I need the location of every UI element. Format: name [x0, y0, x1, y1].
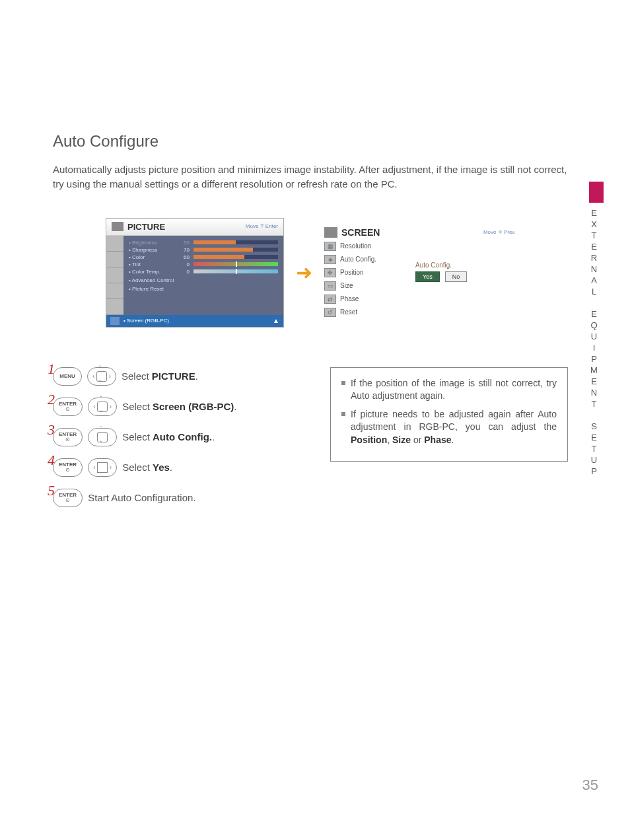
- nav-shape: ‹›: [97, 462, 108, 473]
- note-1: If the position of the image is still no…: [341, 377, 557, 403]
- txt: Select: [122, 401, 153, 412]
- txt: Auto Config.: [153, 431, 212, 442]
- cell: • Color Temp.: [129, 269, 175, 275]
- txt: Size: [392, 435, 411, 445]
- step-2: 2 ENTER ⊙ ‹› ˆˇ Select Screen (RGB-PC).: [53, 398, 291, 416]
- step-3: 3 ENTER ⊙ ˆˇ Select Auto Config..: [53, 428, 291, 446]
- enter-dot-icon: ⊙: [65, 407, 70, 412]
- btn-label: MENU: [59, 374, 75, 379]
- selected-label: • Screen (RGB-PC): [123, 318, 169, 324]
- ctemp-bar: [193, 269, 278, 273]
- step-number: 5: [48, 482, 55, 499]
- enter-button-icon: ENTER ⊙: [53, 489, 83, 507]
- cell: Reset: [340, 308, 357, 316]
- picture-title: PICTURE: [127, 222, 165, 232]
- section-title: Auto Configure: [53, 132, 568, 151]
- notes-box: If the position of the image is still no…: [330, 367, 568, 462]
- cell: • Brightness: [129, 240, 175, 246]
- enter-dot-icon: ⊙: [65, 498, 70, 503]
- step-desc: Select Yes.: [122, 462, 172, 473]
- osd-sidebar: [106, 236, 123, 315]
- intro-text: Automatically adjusts picture position a…: [53, 162, 568, 192]
- txt: Position: [351, 435, 387, 445]
- row-tint: • Tint 0: [129, 262, 278, 267]
- row-color: • Color 60: [129, 254, 278, 260]
- nav-shape: ‹› ˆˇ: [97, 402, 108, 412]
- bar: [193, 248, 278, 252]
- row-colortemp: • Color Temp. 0: [129, 269, 278, 275]
- item-reset: ↺Reset: [324, 308, 403, 317]
- item-resolution: ▦Resolution: [324, 242, 403, 251]
- item-phase: ⇄Phase: [324, 295, 403, 304]
- txt: or: [411, 435, 424, 445]
- txt: If picture needs to be adjusted again af…: [351, 409, 557, 433]
- nav-shape: ˆˇ: [97, 432, 108, 442]
- picture-head-icon: [112, 222, 123, 231]
- txt: Select: [122, 431, 153, 442]
- row-advanced: • Advanced Control: [129, 276, 278, 285]
- step-1: 1 MENU ‹› ˆˇ Select PICTURE.: [53, 367, 291, 386]
- step-number: 4: [48, 452, 55, 469]
- step-desc: Select Screen (RGB-PC).: [122, 401, 236, 412]
- size-icon: ▭: [324, 281, 336, 291]
- osd-picture-panel: PICTURE Move ꔉ Enter • Brightness 50: [106, 218, 284, 328]
- nav-4way-icon: ‹› ˆˇ: [88, 398, 117, 416]
- txt: Select: [122, 462, 153, 473]
- scroll-arrow-icon: ▲: [273, 317, 279, 324]
- picture-hint: Move ꔉ Enter: [246, 223, 278, 230]
- autoconfig-icon: ◈: [324, 255, 336, 264]
- cell: • Sharpness: [129, 247, 175, 253]
- screen-list: ▦Resolution ◈Auto Config. ✥Position ▭Siz…: [324, 242, 403, 321]
- step-desc: Select PICTURE.: [122, 370, 198, 382]
- menu-button-icon: MENU: [53, 367, 82, 386]
- txt: ,: [387, 435, 392, 445]
- screen-hint: Move ꔰ Prev.: [483, 229, 516, 236]
- cell: Auto Config.: [340, 256, 376, 263]
- nav-shape: ‹› ˆˇ: [96, 371, 107, 382]
- bar: [193, 255, 278, 259]
- side-tab-4: [106, 283, 123, 299]
- side-tab-label: EXTERNAL EQUIPMENT SETUP: [589, 208, 599, 477]
- txt: PICTURE: [152, 370, 195, 382]
- txt: .: [452, 435, 454, 445]
- screen-right-pane: Auto Config. Yes No: [415, 242, 516, 321]
- osd-picture-selected: • Screen (RGB-PC) ▲: [106, 315, 283, 327]
- bar: [193, 240, 278, 244]
- txt: .: [212, 431, 215, 442]
- yes-button[interactable]: Yes: [415, 271, 440, 282]
- item-size: ▭Size: [324, 281, 403, 291]
- cell: Resolution: [340, 242, 371, 250]
- row-picreset: • Picture Reset: [129, 285, 278, 293]
- row-brightness: • Brightness 50: [129, 240, 278, 246]
- step-4: 4 ENTER ⊙ ‹› Select Yes.: [53, 458, 291, 477]
- txt: Phase: [424, 435, 451, 445]
- tint-bar: [193, 262, 278, 266]
- cell: • Color: [129, 254, 175, 260]
- txt: .: [234, 401, 236, 412]
- step-desc: Select Auto Config..: [122, 431, 215, 442]
- txt: Select: [122, 370, 152, 382]
- step-number: 2: [48, 391, 55, 408]
- osd-picture-head: PICTURE Move ꔉ Enter: [106, 219, 283, 236]
- cell: 0: [179, 262, 190, 267]
- enter-dot-icon: ⊙: [65, 437, 70, 442]
- txt: Start Auto Configuration.: [88, 492, 195, 503]
- osd-screen-panel: SCREEN Move ꔰ Prev. ▦Resolution ◈Auto Co…: [324, 225, 516, 321]
- cell: Size: [340, 282, 353, 289]
- side-tab-2: [106, 252, 123, 267]
- screen-title: SCREEN: [341, 227, 380, 238]
- enter-dot-icon: ⊙: [65, 468, 70, 473]
- side-tab-5: [106, 299, 123, 315]
- osd-mainpane: • Brightness 50 • Sharpness 70 • Color 6…: [123, 236, 283, 315]
- screen-row-icon: [110, 317, 120, 325]
- screen-prompt: Auto Config.: [415, 262, 516, 269]
- step-5: 5 ENTER ⊙ Start Auto Configuration.: [53, 489, 291, 507]
- enter-button-icon: ENTER ⊙: [53, 428, 83, 446]
- cell: 50: [179, 240, 190, 246]
- txt: .: [170, 462, 172, 473]
- txt: Yes: [153, 462, 170, 473]
- no-button[interactable]: No: [445, 271, 468, 282]
- step-number: 3: [48, 421, 55, 438]
- step-number: 1: [48, 361, 55, 378]
- phase-icon: ⇄: [324, 295, 336, 304]
